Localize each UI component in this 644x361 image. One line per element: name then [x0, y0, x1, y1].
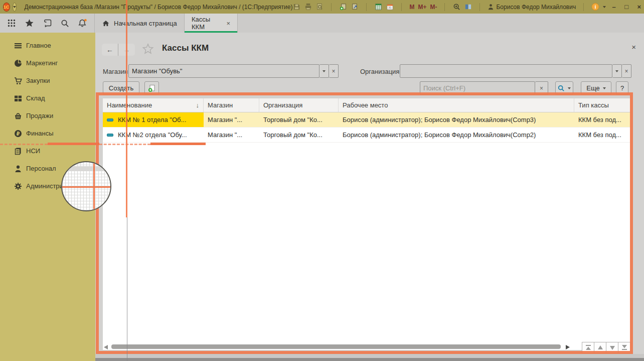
column-header-tip-kassy[interactable]: Тип кассы [574, 98, 630, 112]
close-form-icon[interactable]: × [631, 43, 636, 51]
cell-rabochee-mesto[interactable]: Борисов (администратор); Борисов Федор М… [339, 128, 574, 142]
user-icon [488, 4, 494, 10]
memory-subtract-button[interactable]: M- [430, 4, 437, 11]
horizontal-scrollbar-thumb[interactable] [111, 344, 561, 349]
sidebar-item-label: Маркетинг [26, 59, 58, 67]
calendar-icon[interactable]: 31 [386, 3, 394, 11]
maximize-button[interactable]: □ [622, 3, 631, 11]
sidebar-item-marketing[interactable]: Маркетинг [0, 54, 95, 72]
organization-dropdown-button[interactable] [612, 64, 622, 78]
form-kassy-kkm: ← → Кассы ККМ × Магазин: × Организация: … [95, 33, 644, 361]
tab-home[interactable]: Начальная страница [95, 14, 184, 33]
cell-organizaciya[interactable]: Торговый дом "Ко... [259, 112, 339, 127]
sidebar-item-nsi[interactable]: НСИ [0, 142, 95, 160]
current-user[interactable]: Борисов Федор Михайлович [488, 4, 576, 11]
search-clear-button[interactable]: × [535, 81, 548, 95]
info-button[interactable]: i [591, 3, 599, 11]
search-settings-button[interactable] [555, 81, 573, 95]
calculator-icon[interactable] [374, 3, 382, 11]
cell-text: ККМ № 1 отдела "Об... [118, 116, 186, 124]
cell-magazin[interactable]: Магазин "... [204, 128, 259, 142]
scroll-right-arrow[interactable] [566, 345, 570, 349]
memory-recall-button[interactable]: M [409, 4, 414, 11]
sidebar-item-personal[interactable]: Персонал [0, 160, 95, 177]
cell-text: Торговый дом "Ко... [263, 116, 323, 124]
next-row-button[interactable] [606, 342, 618, 353]
divider [366, 3, 367, 11]
cell-text: Борисов (администратор); Борисов Федор М… [343, 116, 536, 124]
cell-tip-kassy[interactable]: ККМ без под... [574, 112, 630, 127]
favorite-star-icon[interactable] [142, 43, 154, 55]
window-bottom-frame [95, 354, 644, 358]
search-input[interactable] [420, 81, 535, 95]
menu-icon [14, 42, 22, 50]
go-last-row-button[interactable] [618, 342, 630, 353]
sidebar-item-label: Персонал [26, 165, 56, 172]
create-button[interactable]: Создать [103, 81, 139, 95]
minimize-button[interactable]: – [609, 3, 618, 11]
go-first-row-button[interactable] [582, 342, 594, 353]
panels-icon[interactable] [464, 3, 472, 11]
organization-clear-button[interactable]: × [622, 64, 631, 78]
zoom-icon[interactable] [452, 3, 460, 11]
cell-rabochee-mesto[interactable]: Борисов (администратор); Борисов Федор М… [339, 112, 574, 127]
sidebar-item-prodazhi[interactable]: Продажи [0, 107, 95, 125]
store-filter-input[interactable] [128, 64, 319, 78]
organization-filter-label: Организация: [360, 68, 401, 75]
kkm-table: Наименование ↓ Магазин Организация Рабоч… [103, 98, 631, 350]
svg-text:31: 31 [388, 6, 392, 9]
store-dropdown-button[interactable] [319, 64, 329, 78]
cell-naimenovanie[interactable]: ККМ № 1 отдела "Об... [103, 112, 204, 127]
tab-bar: Начальная страница Кассы ККМ × [0, 14, 644, 33]
help-button[interactable]: ? [616, 81, 628, 95]
table-row-selected[interactable]: ККМ № 1 отдела "Об... Магазин "... Торго… [103, 112, 631, 128]
previous-row-button[interactable] [594, 342, 606, 353]
organization-filter-input[interactable] [400, 64, 612, 78]
column-header-rabochee-mesto[interactable]: Рабочее место [339, 98, 574, 112]
table-row[interactable]: ККМ №2 отдела "Обу... Магазин "... Торго… [103, 128, 631, 143]
close-window-button[interactable]: × [634, 3, 643, 11]
sidebar-item-label: Администрирование [26, 182, 88, 190]
svg-text:i: i [595, 4, 596, 10]
go-link-icon[interactable] [351, 3, 359, 11]
sidebar-item-sklad[interactable]: Склад [0, 89, 95, 107]
tab-kassy-kkm[interactable]: Кассы ККМ × [185, 14, 237, 33]
column-header-organizaciya[interactable]: Организация [259, 98, 339, 112]
back-button[interactable]: ← [102, 44, 118, 56]
forward-button[interactable]: → [118, 44, 135, 56]
cell-magazin[interactable]: Магазин "... [204, 112, 259, 127]
column-header-magazin[interactable]: Магазин [204, 98, 259, 112]
scroll-left-arrow[interactable] [104, 345, 108, 349]
column-header-naimenovanie[interactable]: Наименование ↓ [103, 98, 204, 112]
history-nav-group: ← → [102, 44, 135, 56]
tab-close-icon[interactable]: × [226, 20, 230, 27]
sidebar-item-glavnoe[interactable]: Главное [0, 37, 95, 54]
help-button-label: ? [620, 84, 624, 92]
favorites-icon[interactable] [25, 19, 34, 28]
all-functions-menu-button[interactable] [7, 19, 16, 28]
main-menu-button[interactable] [13, 3, 17, 12]
search-icon[interactable] [61, 19, 69, 28]
sidebar-item-finansy[interactable]: ₽ Финансы [0, 125, 95, 142]
history-icon[interactable] [43, 19, 52, 28]
info-dropdown-caret[interactable] [603, 6, 606, 8]
sidebar-item-zakupki[interactable]: Закупки [0, 72, 95, 89]
cell-tip-kassy[interactable]: ККМ без под... [574, 128, 630, 142]
sidebar-item-administrirovanie[interactable]: Администрирование [0, 177, 95, 195]
cell-text: Магазин "... [208, 131, 242, 139]
cell-organizaciya[interactable]: Торговый дом "Ко... [259, 128, 339, 142]
cell-naimenovanie[interactable]: ККМ №2 отдела "Обу... [103, 128, 204, 142]
person-icon [14, 165, 22, 173]
more-button[interactable]: Еще [581, 81, 611, 95]
create-new-from-button[interactable] [144, 81, 159, 95]
new-document-icon [148, 84, 156, 92]
application-window: 1С Демонстрационная база /Магазин "Проду… [0, 0, 644, 361]
page-title: Кассы ККМ [162, 43, 209, 53]
chevron-down-icon [603, 87, 606, 89]
notifications-bell-icon[interactable] [78, 19, 87, 28]
divider [479, 3, 480, 11]
add-link-icon[interactable] [339, 3, 347, 11]
memory-add-button[interactable]: M+ [418, 4, 426, 11]
store-clear-button[interactable]: × [329, 64, 339, 78]
title-bar: 1С Демонстрационная база /Магазин "Проду… [0, 0, 644, 14]
